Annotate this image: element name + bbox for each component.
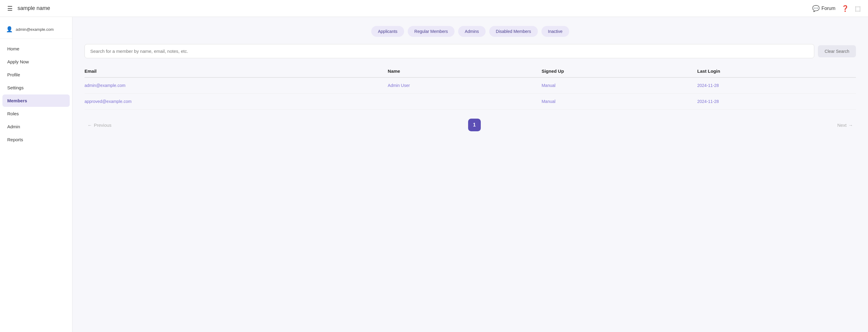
col-name: Name (388, 65, 542, 78)
page-numbers: 1 (468, 119, 481, 131)
col-email: Email (85, 65, 388, 78)
col-signed-up: Signed Up (541, 65, 697, 78)
topnav-right: 💬 Forum ❓ ⬚ (812, 5, 861, 12)
user-email-label: admin@example.com (16, 27, 54, 32)
user-avatar-icon: 👤 (6, 26, 13, 33)
tab-applicants[interactable]: Applicants (371, 26, 404, 37)
table-row: admin@example.comAdmin UserManual2024-11… (85, 78, 856, 94)
search-input[interactable] (85, 44, 814, 58)
hamburger-icon[interactable]: ☰ (7, 5, 13, 12)
table-row: approved@example.comManual2024-11-28 (85, 94, 856, 110)
page-1-button[interactable]: 1 (468, 119, 481, 131)
sidebar: 👤 admin@example.com Home Apply Now Profi… (0, 17, 72, 332)
search-row: Clear Search (85, 44, 856, 58)
cell-signed-up: Manual (541, 94, 697, 110)
right-arrow-icon: → (848, 123, 853, 128)
clear-search-button[interactable]: Clear Search (818, 45, 856, 57)
cell-last-login: 2024-11-28 (697, 94, 856, 110)
previous-button[interactable]: ← Previous (88, 123, 112, 128)
sidebar-item-reports[interactable]: Reports (0, 133, 72, 146)
sidebar-item-home[interactable]: Home (0, 42, 72, 55)
logout-icon[interactable]: ⬚ (855, 5, 861, 12)
forum-icon: 💬 (812, 5, 820, 12)
sidebar-item-roles[interactable]: Roles (0, 108, 72, 120)
sidebar-item-members[interactable]: Members (2, 94, 70, 107)
cell-last-login: 2024-11-28 (697, 78, 856, 94)
tabs-row: Applicants Regular Members Admins Disabl… (85, 26, 856, 37)
sidebar-user: 👤 admin@example.com (0, 23, 72, 39)
next-button[interactable]: Next → (837, 123, 853, 128)
cell-name (388, 94, 542, 110)
table-header-row: Email Name Signed Up Last Login (85, 65, 856, 78)
main-content: Applicants Regular Members Admins Disabl… (72, 17, 868, 332)
app-title: sample name (18, 5, 50, 11)
cell-signed-up: Manual (541, 78, 697, 94)
cell-email[interactable]: approved@example.com (85, 94, 388, 110)
tab-inactive[interactable]: Inactive (541, 26, 569, 37)
sidebar-item-settings[interactable]: Settings (0, 82, 72, 94)
sidebar-item-apply-now[interactable]: Apply Now (0, 56, 72, 68)
sidebar-item-profile[interactable]: Profile (0, 68, 72, 81)
tab-regular-members[interactable]: Regular Members (408, 26, 455, 37)
cell-email[interactable]: admin@example.com (85, 78, 388, 94)
members-table: Email Name Signed Up Last Login admin@ex… (85, 65, 856, 110)
col-last-login: Last Login (697, 65, 856, 78)
pagination-row: ← Previous 1 Next → (85, 119, 856, 131)
cell-name: Admin User (388, 78, 542, 94)
topnav-left: ☰ sample name (7, 5, 812, 12)
forum-link[interactable]: 💬 Forum (812, 5, 835, 12)
tab-admins[interactable]: Admins (458, 26, 486, 37)
tab-disabled-members[interactable]: Disabled Members (489, 26, 538, 37)
topnav: ☰ sample name 💬 Forum ❓ ⬚ (0, 0, 868, 17)
left-arrow-icon: ← (88, 123, 92, 128)
sidebar-item-admin[interactable]: Admin (0, 120, 72, 133)
layout: 👤 admin@example.com Home Apply Now Profi… (0, 17, 868, 332)
help-icon[interactable]: ❓ (841, 5, 849, 12)
forum-label: Forum (822, 6, 835, 11)
